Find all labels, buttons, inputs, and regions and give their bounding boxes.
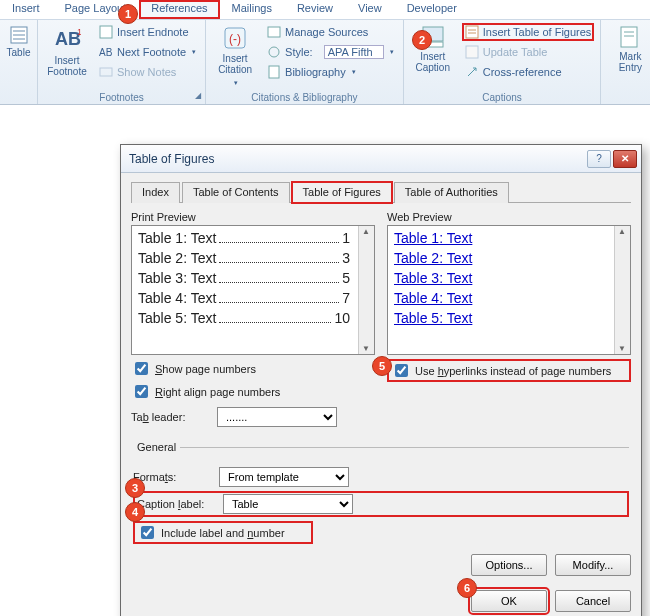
footnotes-group-label: Footnotes◢ [44,91,199,103]
use-hyperlinks-row: Use hyperlinks instead of page numbers [387,359,631,382]
bibliography-button[interactable]: Bibliography▾ [264,63,397,81]
show-page-numbers-label: Show page numbers [155,363,256,375]
show-notes-button[interactable]: Show Notes [96,63,199,81]
cancel-button[interactable]: Cancel [555,590,631,612]
web-preview-link[interactable]: Table 5: Text [394,310,606,330]
ok-button[interactable]: OK [471,590,547,612]
ribbon-body: Table AB1 Insert Footnote Insert Endnote… [0,20,650,104]
svg-rect-16 [466,26,478,38]
use-hyperlinks-checkbox[interactable] [395,364,408,377]
insert-citation-button[interactable]: (-) Insert Citation▾ [212,23,258,88]
formats-row: Formats: From template [133,467,629,487]
insert-caption-label: Insert Caption [410,51,456,73]
mark-entry-button[interactable]: Mark Entry [607,23,650,73]
group-toc: Table [0,20,38,104]
update-table-button[interactable]: Update Table [462,43,595,61]
toc-button[interactable]: Table [6,23,31,58]
tab-review[interactable]: Review [285,0,346,19]
next-footnote-button[interactable]: ABNext Footnote▾ [96,43,199,61]
badge-1: 1 [118,4,138,24]
scrollbar[interactable] [358,226,374,354]
web-preview-link[interactable]: Table 1: Text [394,230,606,250]
dialog-titlebar[interactable]: Table of Figures ? ✕ [121,145,641,173]
close-button[interactable]: ✕ [613,150,637,168]
svg-rect-13 [269,66,279,78]
tab-mailings[interactable]: Mailings [220,0,285,19]
citations-group-label: Citations & Bibliography [212,91,397,103]
dlgtab-tof[interactable]: Table of Figures [292,182,392,203]
crossref-icon [465,65,479,79]
badge-4: 4 [125,502,145,522]
include-label-row: Include label and number [133,521,313,544]
group-citations: (-) Insert Citation▾ Manage Sources Styl… [206,20,404,104]
show-page-numbers-row: Show page numbers [131,359,375,378]
show-notes-icon [99,65,113,79]
badge-6: 6 [457,578,477,598]
style-select[interactable]: Style: APA Fifth▾ [264,43,397,61]
insert-citation-label: Insert Citation [212,53,258,75]
chevron-down-icon: ▾ [390,48,394,56]
tab-leader-label: Tab leader: [131,411,211,423]
citation-icon: (-) [222,25,248,51]
badge-2: 2 [412,30,432,50]
insert-table-of-figures-button[interactable]: Insert Table of Figures [462,23,595,41]
dlgtab-index[interactable]: Index [131,182,180,203]
use-hyperlinks-label: Use hyperlinks instead of page numbers [415,365,611,377]
dialog-title: Table of Figures [129,152,585,166]
badge-5: 5 [372,356,392,376]
tab-insert[interactable]: Insert [0,0,53,19]
scrollbar[interactable] [614,226,630,354]
include-label-checkbox[interactable] [141,526,154,539]
web-preview-link[interactable]: Table 2: Text [394,250,606,270]
badge-3: 3 [125,478,145,498]
group-captions: Insert Caption Insert Table of Figures U… [404,20,602,104]
ribbon: Insert Page Layout References Mailings R… [0,0,650,105]
captions-group-label: Captions [410,91,595,103]
mark-entry-icon [618,25,642,49]
group-footnotes: AB1 Insert Footnote Insert Endnote ABNex… [38,20,206,104]
insert-endnote-button[interactable]: Insert Endnote [96,23,199,41]
formats-select[interactable]: From template [219,467,349,487]
options-button[interactable]: Options... [471,554,547,576]
bibliography-label: Bibliography [285,66,346,78]
endnote-icon [99,25,113,39]
show-page-numbers-checkbox[interactable] [135,362,148,375]
web-preview-link[interactable]: Table 3: Text [394,270,606,290]
style-label: Style: [285,46,313,58]
ribbon-tabs: Insert Page Layout References Mailings R… [0,0,650,20]
insert-tof-label: Insert Table of Figures [483,26,592,38]
dialog-tabs: Index Table of Contents Table of Figures… [131,181,631,203]
dialog-launcher-icon[interactable]: ◢ [195,91,201,100]
update-icon [465,45,479,59]
right-align-label: Right align page numbers [155,386,280,398]
web-preview-box: Table 1: TextTable 2: TextTable 3: TextT… [387,225,631,355]
right-align-row: Right align page numbers [131,382,375,401]
svg-rect-11 [268,27,280,37]
manage-sources-button[interactable]: Manage Sources [264,23,397,41]
right-align-checkbox[interactable] [135,385,148,398]
web-preview-label: Web Preview [387,211,631,223]
print-preview-row: Table 5: Text10 [138,310,350,330]
toc-label: Table [7,47,31,58]
web-preview-link[interactable]: Table 4: Text [394,290,606,310]
tab-leader-select[interactable]: ....... [217,407,337,427]
tab-view[interactable]: View [346,0,395,19]
toc-icon [9,25,29,45]
caption-label-select[interactable]: Table [223,494,353,514]
chevron-down-icon: ▾ [192,48,196,56]
tab-developer[interactable]: Developer [395,0,470,19]
help-button[interactable]: ? [587,150,611,168]
insert-footnote-button[interactable]: AB1 Insert Footnote [44,23,90,77]
dlgtab-toa[interactable]: Table of Authorities [394,182,509,203]
svg-rect-8 [100,68,112,76]
dlgtab-toc[interactable]: Table of Contents [182,182,290,203]
svg-rect-6 [100,26,112,38]
tab-references[interactable]: References [139,0,219,19]
next-footnote-icon: AB [99,45,113,59]
group-index: Mark Entry In [601,20,650,104]
general-fieldset: General Formats: From template Caption l… [133,441,629,544]
modify-button[interactable]: Modify... [555,554,631,576]
cross-reference-button[interactable]: Cross-reference [462,63,595,81]
svg-text:AB: AB [99,47,113,58]
update-table-label: Update Table [483,46,548,58]
